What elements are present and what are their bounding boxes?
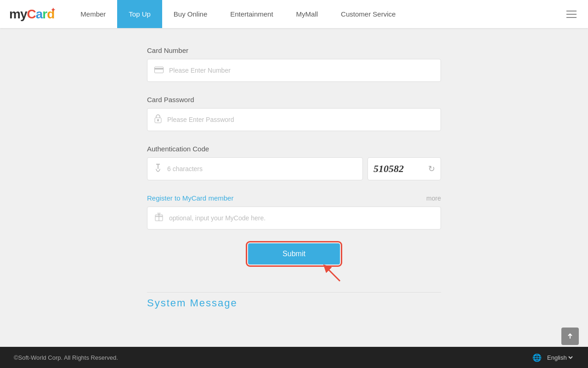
nav-item-buyonline[interactable]: Buy Online xyxy=(162,0,219,28)
mycode-input[interactable] xyxy=(169,214,434,222)
pin-icon xyxy=(154,163,162,175)
system-message-title: System Message xyxy=(147,297,441,309)
auth-code-label: Authentication Code xyxy=(147,145,441,153)
card-number-input[interactable] xyxy=(169,67,434,74)
arrow-annotation xyxy=(322,263,345,288)
svg-rect-0 xyxy=(155,67,164,73)
footer-language-selector[interactable]: 🌐 English xyxy=(532,353,574,362)
svg-rect-1 xyxy=(154,68,164,69)
hamburger-menu[interactable] xyxy=(564,8,579,20)
logo[interactable]: myCard ✦ xyxy=(9,7,60,22)
svg-line-11 xyxy=(326,267,340,281)
globe-icon: 🌐 xyxy=(532,353,542,362)
language-select[interactable]: English xyxy=(545,354,574,362)
mycode-input-wrapper xyxy=(147,207,441,230)
captcha-value: 510582 xyxy=(373,163,404,175)
submit-button[interactable]: Submit xyxy=(248,243,340,264)
submit-wrapper: Submit xyxy=(147,243,441,264)
footer: ©Soft-World Corp. All Rights Reserved. 🌐… xyxy=(0,347,588,368)
card-icon xyxy=(154,66,164,75)
lock-icon xyxy=(154,114,162,126)
main-content: Card Number Card Password xyxy=(0,28,588,347)
register-label: Register to MyCard member xyxy=(147,194,233,202)
mycard-register-group: Register to MyCard member more xyxy=(147,194,441,230)
form-container: Card Number Card Password xyxy=(147,46,441,309)
card-password-group: Card Password xyxy=(147,96,441,131)
captcha-box: 510582 ↻ xyxy=(368,157,441,180)
auth-code-input-wrapper xyxy=(147,157,363,180)
more-link[interactable]: more xyxy=(426,195,441,202)
auth-row: 510582 ↻ xyxy=(147,157,441,180)
nav-item-member[interactable]: Member xyxy=(69,0,117,28)
navbar: myCard ✦ Member Top Up Buy Online Entert… xyxy=(0,0,588,28)
nav-item-customerservice[interactable]: Customer Service xyxy=(329,0,407,28)
auth-code-input[interactable] xyxy=(167,165,356,172)
system-message: System Message xyxy=(147,292,441,309)
card-password-label: Card Password xyxy=(147,96,441,104)
register-header: Register to MyCard member more xyxy=(147,194,441,202)
auth-code-group: Authentication Code 510582 ↻ xyxy=(147,145,441,180)
nav-item-mymall[interactable]: MyMall xyxy=(285,0,330,28)
card-number-input-wrapper xyxy=(147,59,441,82)
scroll-top-button[interactable] xyxy=(561,328,579,345)
card-password-input[interactable] xyxy=(167,116,434,123)
svg-rect-4 xyxy=(158,120,158,121)
gift-icon xyxy=(154,213,164,224)
logo-star: ✦ xyxy=(51,6,56,13)
card-password-input-wrapper xyxy=(147,108,441,131)
card-number-label: Card Number xyxy=(147,46,441,54)
footer-copyright: ©Soft-World Corp. All Rights Reserved. xyxy=(14,354,118,361)
nav-item-entertainment[interactable]: Entertainment xyxy=(219,0,284,28)
nav-item-topup[interactable]: Top Up xyxy=(117,0,162,28)
card-number-group: Card Number xyxy=(147,46,441,82)
refresh-icon[interactable]: ↻ xyxy=(428,164,435,174)
nav-items: Member Top Up Buy Online Entertainment M… xyxy=(69,0,564,28)
